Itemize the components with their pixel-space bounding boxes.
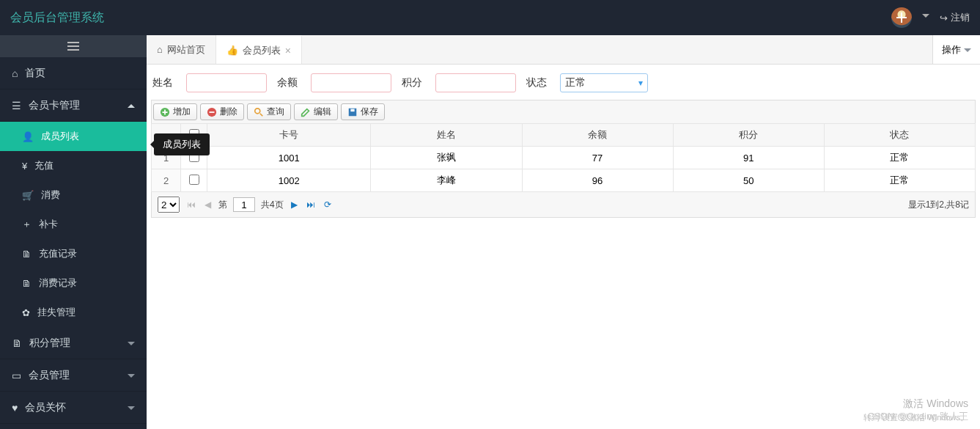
delete-button[interactable]: 删除 [200,103,244,120]
hamburger-icon [67,42,79,51]
pager-prev[interactable]: ◀ [203,199,213,210]
sidebar-item-label: 会员关怀 [25,401,66,414]
col-points[interactable]: 积分 [673,124,824,147]
add-button[interactable]: 增加 [153,103,197,120]
filter-balance-label: 余额 [277,76,301,89]
caret-up-icon [128,100,135,108]
cell-status: 正常 [824,147,975,169]
sidebar-sub-recharge-log[interactable]: 🗎充值记录 [0,239,147,268]
svg-rect-4 [350,109,354,111]
plus-circle-icon [160,107,170,117]
tab-label: 会员列表 [243,44,281,57]
btn-label: 编辑 [314,106,331,118]
btn-label: 删除 [220,106,237,118]
filter-points-label: 积分 [402,76,425,89]
doc-icon: 🗎 [22,278,32,289]
tab-label: 网站首页 [167,43,205,56]
caret-down-icon [128,342,135,349]
sidebar-item-card-mgmt[interactable]: ☰会员卡管理 [0,89,147,122]
sidebar-sub-label: 补卡 [39,218,58,231]
plus-icon: ＋ [22,218,32,231]
col-name[interactable]: 姓名 [371,124,522,147]
filter-name-label: 姓名 [152,76,176,89]
cell-name: 张飒 [371,147,522,169]
sidebar-sub-consume[interactable]: 🛒消费 [0,180,147,210]
sidebar-toggle[interactable] [0,35,147,57]
select-value: 正常 [565,76,586,89]
tab-ops[interactable]: 操作 [932,35,980,64]
sidebar-item-member[interactable]: ▭会员管理 [0,359,147,392]
heart-icon: ♥ [12,402,18,414]
filter-points-input[interactable] [435,73,516,92]
cell-status: 正常 [824,169,975,192]
list-icon: ☰ [12,100,21,111]
query-button[interactable]: 查询 [247,103,291,120]
sidebar-sub-member-list[interactable]: 👤成员列表 [0,122,147,151]
pager-next[interactable]: ▶ [290,199,299,210]
page-number-input[interactable] [233,197,255,212]
avatar[interactable] [891,7,912,28]
svg-point-2 [255,108,260,113]
sidebar-sub-label: 充值记录 [39,247,77,260]
cell-rownum: 2 [152,169,181,192]
pager-label: 第 [218,199,227,211]
sidebar-sub-recharge[interactable]: ¥充值 [0,151,147,180]
cell-points: 91 [673,147,824,169]
filter-balance-input[interactable] [311,73,391,92]
sidebar-item-label: 首页 [25,67,45,80]
sidebar-item-label: 积分管理 [29,337,70,350]
col-balance[interactable]: 余额 [522,124,673,147]
btn-label: 增加 [173,106,191,118]
table-row[interactable]: 11001张飒7791正常 [152,147,976,169]
home-icon: ⌂ [157,44,163,55]
pager-first[interactable]: ⏮ [185,199,197,210]
sidebar-item-home[interactable]: ⌂首页 [0,57,147,89]
filter-status-select[interactable]: 正常 ▾ [560,73,648,92]
col-card[interactable]: 卡号 [207,124,371,147]
btn-label: 查询 [267,106,284,118]
pager-total: 共4页 [261,199,284,211]
filter-status-label: 状态 [526,76,550,89]
page-size-select[interactable]: 2 [158,197,180,213]
gear-icon: ✿ [22,307,30,318]
tab-home[interactable]: ⌂ 网站首页 [147,35,216,64]
sidebar-item-label: 会员卡管理 [29,99,80,112]
sidebar-sub-consume-log[interactable]: 🗎消费记录 [0,268,147,298]
edit-button[interactable]: 编辑 [294,103,338,120]
sidebar-sub-reissue[interactable]: ＋补卡 [0,210,147,239]
filter-name-input[interactable] [186,73,267,92]
cell-card: 1001 [207,147,371,169]
close-icon[interactable]: × [285,45,291,56]
sidebar-sub-label: 充值 [34,159,54,172]
cell-balance: 77 [522,147,673,169]
yen-icon: ¥ [22,161,27,172]
chevron-down-icon: ▾ [638,78,643,88]
pager-refresh[interactable]: ⟳ [323,199,333,210]
cell-card: 1002 [207,169,371,192]
user-menu-caret[interactable] [922,14,929,21]
pager-last[interactable]: ⏭ [305,199,317,210]
save-icon [347,107,358,117]
caret-down-icon [128,374,135,381]
sidebar-tooltip: 成员列表 [154,133,210,155]
table-row[interactable]: 21002李峰9650正常 [152,169,976,192]
sidebar-sub-lost[interactable]: ✿挂失管理 [0,298,147,327]
sidebar-sub-label: 挂失管理 [37,306,75,319]
row-check[interactable] [189,175,199,185]
file-icon: 🗎 [12,337,22,349]
cart-icon: 🛒 [22,190,34,201]
logout-link[interactable]: ↪ 注销 [940,11,970,24]
col-status[interactable]: 状态 [824,124,975,147]
sidebar-item-points[interactable]: 🗎积分管理 [0,327,147,359]
save-button[interactable]: 保存 [341,103,385,120]
logout-label: 注销 [951,11,970,24]
doc-icon: 🗎 [22,249,32,260]
tab-ops-label: 操作 [942,43,961,56]
sidebar-sub-label: 消费 [41,188,60,202]
cell-balance: 96 [522,169,673,192]
tab-member-list[interactable]: 👍 会员列表 × [216,35,302,64]
sidebar-item-care[interactable]: ♥会员关怀 [0,392,147,424]
app-title: 会员后台管理系统 [10,10,104,26]
search-icon [254,107,264,117]
pager-info: 显示1到2,共8记 [908,199,969,211]
